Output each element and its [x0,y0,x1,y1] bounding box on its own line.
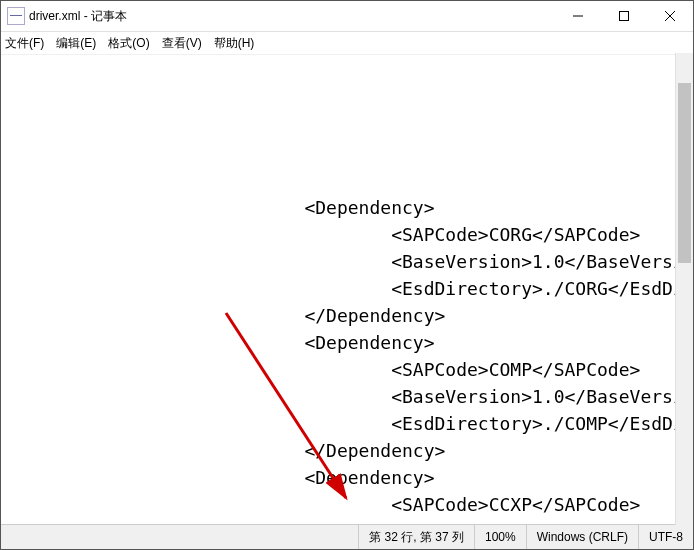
menu-view[interactable]: 查看(V) [162,35,202,52]
text-line: <BaseVersion>1.0</BaseVersion> [1,383,689,410]
text-line: <Dependency> [1,329,689,356]
text-line: <Dependency> [1,194,689,221]
text-line: <BaseVersion>2.2.1</BaseVersion> [1,518,689,524]
status-position: 第 32 行, 第 37 列 [358,525,474,549]
menu-bar: 文件(F) 编辑(E) 格式(O) 查看(V) 帮助(H) [1,32,693,54]
vertical-scrollbar[interactable] [675,53,693,525]
notepad-window: driver.xml - 记事本 文件(F) 编辑(E) 格式(O) 查看(V)… [0,0,694,550]
text-line: </Dependency> [1,437,689,464]
window-title: driver.xml - 记事本 [29,8,555,25]
status-zoom: 100% [474,525,526,549]
text-line: <EsdDirectory>./CORG</EsdDirectory> [1,275,689,302]
close-button[interactable] [647,1,693,31]
minimize-button[interactable] [555,1,601,31]
text-line: <SAPCode>CORG</SAPCode> [1,221,689,248]
text-line: <EsdDirectory>./COMP</EsdDirectory> [1,410,689,437]
text-line: <SAPCode>CCXP</SAPCode> [1,491,689,518]
notepad-icon [7,7,25,25]
status-bar: 第 32 行, 第 37 列 100% Windows (CRLF) UTF-8 [1,524,693,549]
menu-edit[interactable]: 编辑(E) [56,35,96,52]
text-line: <Dependency> [1,464,689,491]
menu-format[interactable]: 格式(O) [108,35,149,52]
text-line: <BaseVersion>1.0</BaseVersion> [1,248,689,275]
status-line-ending: Windows (CRLF) [526,525,638,549]
maximize-button[interactable] [601,1,647,31]
title-bar[interactable]: driver.xml - 记事本 [1,1,693,32]
svg-rect-1 [620,12,629,21]
status-encoding: UTF-8 [638,525,693,549]
text-line: <SAPCode>COMP</SAPCode> [1,356,689,383]
menu-file[interactable]: 文件(F) [5,35,44,52]
text-line: </Dependency> [1,302,689,329]
text-editor[interactable]: <Dependency> <SAPCode>CORG</SAPCode> <Ba… [1,54,693,524]
menu-help[interactable]: 帮助(H) [214,35,255,52]
scrollbar-thumb[interactable] [678,83,691,263]
